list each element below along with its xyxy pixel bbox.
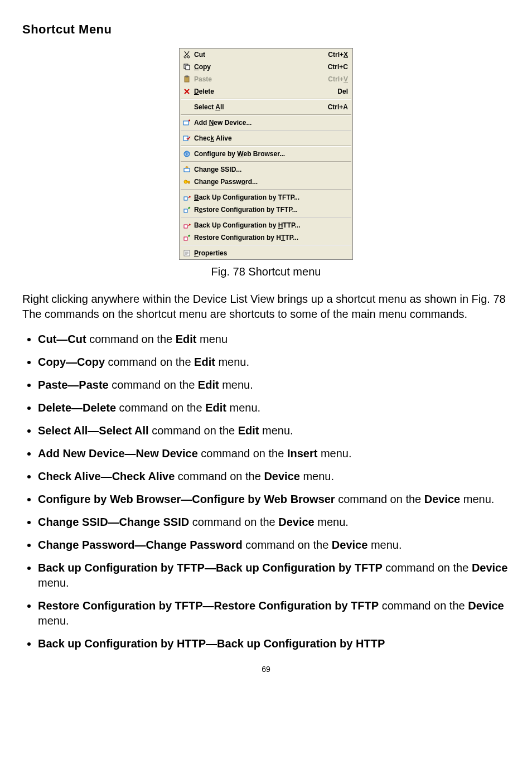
menu-item[interactable]: Change Password... (180, 176, 352, 188)
properties-icon (182, 249, 192, 258)
restore-tftp-icon (182, 205, 192, 214)
menu-label: Cut (194, 51, 328, 59)
menu-shortcut: Del (337, 88, 348, 95)
menu-separator (181, 99, 351, 100)
menu-separator (181, 161, 351, 162)
svg-rect-5 (186, 76, 188, 77)
add-device-icon (182, 118, 192, 127)
bullet-item: Restore Configuration by TFTP—Restore Co… (38, 598, 510, 628)
restore-http-icon (182, 233, 192, 242)
menu-label: Select All (194, 103, 328, 111)
menu-item[interactable]: Configure by Web Browser... (180, 148, 352, 160)
menu-shortcut: Ctrl+V (328, 75, 348, 83)
bullet-item: Change SSID—Change SSID command on the D… (38, 515, 510, 530)
blank-icon (182, 103, 192, 112)
bullet-item: Delete—Delete command on the Edit menu. (38, 400, 510, 415)
page-number: 69 (22, 665, 510, 674)
bullet-item: Cut—Cut command on the Edit menu (38, 332, 510, 347)
menu-shortcut: Ctrl+C (328, 63, 348, 71)
menu-shortcut: Ctrl+A (328, 103, 348, 111)
menu-item[interactable]: CutCtrl+X (180, 49, 352, 61)
figure-caption: Fig. 78 Shortcut menu (22, 265, 510, 278)
menu-separator (181, 189, 351, 190)
menu-item[interactable]: Change SSID... (180, 163, 352, 176)
svg-rect-16 (184, 237, 187, 240)
menu-item[interactable]: Restore Configuration by HTTP... (180, 231, 352, 244)
menu-item[interactable]: Select AllCtrl+A (180, 101, 352, 113)
menu-item[interactable]: DeleteDel (180, 85, 352, 98)
menu-label: Paste (194, 75, 328, 83)
menu-label: Add New Device... (194, 119, 348, 127)
menu-item[interactable]: Back Up Configuration by TFTP... (180, 191, 352, 204)
svg-rect-12 (188, 182, 190, 183)
menu-item[interactable]: Back Up Configuration by HTTP... (180, 219, 352, 231)
menu-separator (181, 114, 351, 115)
menu-label: Back Up Configuration by TFTP... (194, 194, 348, 201)
menu-item[interactable]: CopyCtrl+C (180, 61, 352, 73)
svg-rect-13 (184, 197, 187, 200)
svg-rect-3 (186, 65, 190, 70)
bullet-item: Change Password—Change Password command … (38, 538, 510, 553)
bullet-list: Cut—Cut command on the Edit menuCopy—Cop… (22, 332, 510, 651)
menu-separator (181, 146, 351, 147)
menu-label: Change Password... (194, 178, 348, 186)
bullet-item: Copy—Copy command on the Edit menu. (38, 355, 510, 370)
web-icon (182, 149, 192, 158)
svg-point-0 (184, 56, 186, 58)
menu-item[interactable]: Add New Device... (180, 117, 352, 129)
backup-tftp-icon (182, 193, 192, 202)
password-icon (182, 177, 192, 186)
delete-icon (182, 87, 192, 96)
svg-rect-6 (183, 121, 188, 125)
bullet-item: Back up Configuration by TFTP—Back up Co… (38, 560, 510, 591)
menu-label: Restore Configuration by HTTP... (194, 234, 348, 241)
menu-item[interactable]: Properties (180, 247, 352, 259)
cut-icon (182, 50, 192, 59)
menu-label: Delete (194, 88, 337, 95)
section-heading: Shortcut Menu (22, 22, 510, 37)
menu-label: Properties (194, 249, 348, 257)
backup-http-icon (182, 221, 192, 230)
copy-icon (182, 62, 192, 71)
bullet-item: Add New Device—New Device command on the… (38, 446, 510, 461)
menu-label: Configure by Web Browser... (194, 150, 348, 158)
menu-item[interactable]: Check Alive (180, 132, 352, 144)
menu-item[interactable]: Restore Configuration by TFTP... (180, 204, 352, 216)
menu-item: PasteCtrl+V (180, 73, 352, 85)
menu-shortcut: Ctrl+X (328, 51, 348, 59)
menu-separator (181, 245, 351, 246)
menu-label: Copy (194, 63, 328, 71)
bullet-item: Paste—Paste command on the Edit menu. (38, 378, 510, 393)
menu-label: Change SSID... (194, 166, 348, 173)
menu-separator (181, 217, 351, 218)
check-alive-icon (182, 134, 192, 143)
svg-rect-9 (184, 168, 190, 172)
paragraph: Right clicking anywhere within the Devic… (22, 292, 510, 322)
menu-label: Check Alive (194, 134, 348, 142)
bullet-item: Select All—Select All command on the Edi… (38, 423, 510, 438)
menu-separator (181, 130, 351, 131)
bullet-item: Check Alive—Check Alive command on the D… (38, 469, 510, 484)
bullet-item: Configure by Web Browser—Configure by We… (38, 492, 510, 507)
menu-label: Restore Configuration by TFTP... (194, 206, 348, 214)
context-menu: CutCtrl+XCopyCtrl+CPasteCtrl+VDeleteDelS… (179, 48, 353, 260)
svg-rect-14 (184, 209, 187, 212)
menu-label: Back Up Configuration by HTTP... (194, 221, 348, 229)
paste-icon (182, 75, 192, 84)
ssid-icon (182, 165, 192, 174)
svg-rect-15 (184, 225, 187, 228)
bullet-item: Back up Configuration by HTTP—Back up Co… (38, 636, 510, 651)
svg-point-1 (187, 56, 190, 58)
